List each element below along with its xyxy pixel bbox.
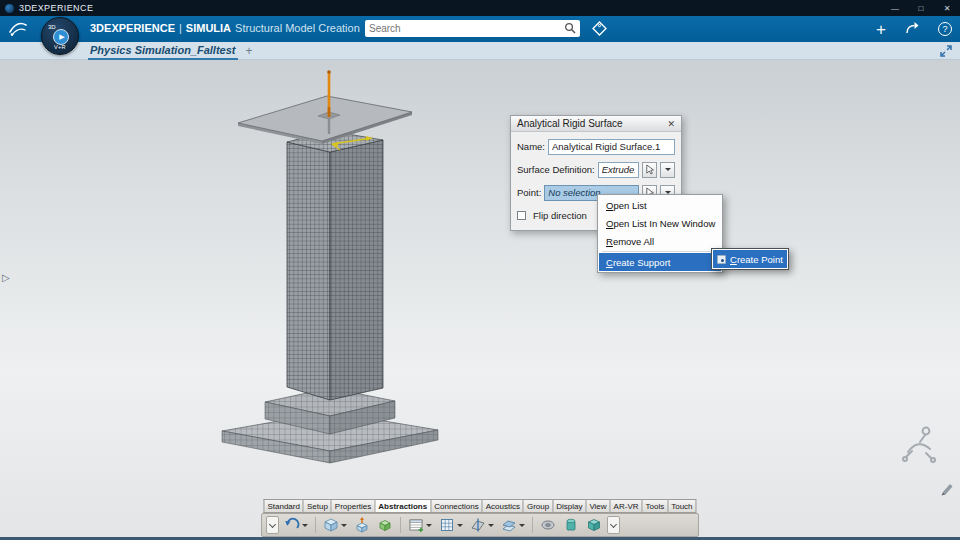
undo-button[interactable]: [282, 515, 310, 535]
pencil-icon[interactable]: [939, 481, 954, 500]
table-tool-button[interactable]: [406, 515, 434, 535]
ribbon-tab-tools[interactable]: Tools: [641, 499, 667, 513]
menu-item-remove-all[interactable]: Remove All: [599, 232, 721, 250]
ribbon-tab-abstractions[interactable]: Abstractions: [374, 499, 430, 513]
ribbon-tab-setup[interactable]: Setup: [303, 499, 331, 513]
submenu-item-label: Create Point: [730, 254, 783, 265]
window-controls: — □ ✕: [882, 0, 960, 16]
play-badge-icon[interactable]: 3D ▶ V+R: [41, 17, 79, 55]
brand-name: 3DEXPERIENCE: [90, 22, 175, 34]
dropdown-arrow-icon: [302, 524, 308, 527]
point-label: Point:: [517, 187, 541, 198]
tag-icon[interactable]: [591, 20, 608, 41]
name-row: Name:: [517, 138, 675, 155]
dropdown-arrow-icon: [519, 524, 525, 527]
section-plane-icon: [470, 517, 486, 533]
dropdown-arrow-icon: [426, 524, 432, 527]
menu-item-label: Create Support: [606, 257, 670, 268]
search-icon[interactable]: [564, 20, 576, 38]
brand-separator: |: [179, 22, 182, 34]
point-icon: [717, 255, 726, 264]
titlebar-app-name: 3DEXPERIENCE: [19, 3, 93, 13]
chevron-down-icon: [269, 520, 276, 527]
ribbon-tab-display[interactable]: Display: [552, 499, 585, 513]
dropdown-arrow-icon: [488, 524, 494, 527]
toolbar-overflow-right-button[interactable]: [607, 516, 620, 534]
mesh-grid-icon: [439, 517, 455, 533]
application-window: 3DEXPERIENCE — □ ✕ 3DEXPERIENCE|SIMULIAS…: [0, 0, 960, 540]
extrude-tool-button[interactable]: [352, 515, 372, 535]
menu-item-open-list-new-window[interactable]: Open List In New Window: [599, 214, 721, 232]
help-icon[interactable]: ?: [938, 22, 952, 36]
layer-plane-icon: [501, 517, 517, 533]
badge-vr-label: V+R: [54, 44, 66, 50]
flip-direction-label: Flip direction: [533, 210, 587, 221]
robot-assistant-icon[interactable]: [896, 422, 940, 470]
prism-tool-button[interactable]: [321, 515, 349, 535]
document-tab[interactable]: Physics Simulation_Falltest +: [88, 42, 253, 60]
point-selection-value: No selection: [548, 187, 600, 198]
barrel-tool-button[interactable]: [561, 515, 581, 535]
add-icon[interactable]: +: [876, 21, 886, 38]
ribbon-tab-acoustics[interactable]: Acoustics: [482, 499, 523, 513]
compass-icon[interactable]: [7, 18, 29, 44]
extrude-icon: [354, 517, 370, 533]
menu-item-label: Open List In New Window: [606, 218, 715, 229]
layers-tool-button[interactable]: [499, 515, 527, 535]
ribbon-tab-standard[interactable]: Standard: [263, 499, 302, 513]
search-input[interactable]: [369, 23, 564, 34]
fea-model[interactable]: [180, 60, 480, 480]
dialog-title: Analytical Rigid Surface: [517, 118, 623, 129]
ribbon-tab-view[interactable]: View: [585, 499, 609, 513]
ribbon-tab-ar-vr[interactable]: AR-VR: [610, 499, 642, 513]
flip-direction-checkbox[interactable]: [517, 211, 526, 220]
dropdown-arrow-icon: [341, 524, 347, 527]
name-label: Name:: [517, 141, 545, 152]
dropdown-arrow-icon: [665, 168, 671, 171]
maximize-button[interactable]: □: [908, 0, 934, 16]
tower-column-mesh[interactable]: [287, 131, 383, 400]
washer-tool-button[interactable]: [538, 515, 558, 535]
app-header: 3DEXPERIENCE|SIMULIAStructural Model Cre…: [0, 16, 960, 42]
left-panel-arrow-icon[interactable]: ▷: [2, 272, 10, 283]
surface-definition-label: Surface Definition:: [517, 164, 595, 175]
list-table-icon: [408, 517, 424, 533]
surface-pick-button[interactable]: [642, 162, 657, 178]
ribbon-tab-connections[interactable]: Connections: [430, 499, 481, 513]
app-logo-icon: [5, 4, 14, 13]
search-box[interactable]: [365, 20, 580, 37]
share-icon[interactable]: [904, 20, 920, 39]
rigid-surface-plate[interactable]: [238, 96, 412, 144]
document-tab-label[interactable]: Physics Simulation_Falltest: [88, 43, 238, 60]
maximize-viewport-icon[interactable]: [939, 44, 953, 58]
partition-tool-button[interactable]: [375, 515, 395, 535]
pointer-pick-icon: [645, 164, 654, 175]
minimize-button[interactable]: —: [882, 0, 908, 16]
chevron-down-icon: [610, 520, 617, 527]
name-field[interactable]: [548, 139, 675, 155]
dialog-titlebar[interactable]: Analytical Rigid Surface ✕: [511, 116, 681, 132]
badge-play-button[interactable]: ▶: [53, 29, 69, 45]
ribbon-tab-touch[interactable]: Touch: [667, 499, 696, 513]
new-tab-button[interactable]: +: [246, 44, 253, 58]
submenu-item-create-point[interactable]: Create Point: [713, 250, 787, 268]
toolbar-overflow-left-button[interactable]: [266, 516, 279, 534]
ribbon-tab-properties[interactable]: Properties: [331, 499, 374, 513]
toolbar-separator: [532, 517, 533, 533]
viewport[interactable]: ▷: [0, 60, 960, 537]
menu-item-label: Remove All: [606, 236, 654, 247]
ribbon-tab-group[interactable]: Group: [523, 499, 552, 513]
surface-dropdown-button[interactable]: [660, 162, 675, 178]
surface-definition-field[interactable]: [598, 162, 639, 178]
undo-icon: [284, 517, 300, 533]
mesh-tool-button[interactable]: [437, 515, 465, 535]
close-button[interactable]: ✕: [934, 0, 960, 16]
section-tool-button[interactable]: [468, 515, 496, 535]
box-tool-button[interactable]: [584, 515, 604, 535]
barrel-icon: [563, 517, 579, 533]
menu-item-create-support[interactable]: Create Support: [599, 253, 721, 271]
toolbar-separator: [400, 517, 401, 533]
dialog-close-button[interactable]: ✕: [665, 119, 677, 129]
document-tab-bar: Physics Simulation_Falltest +: [0, 42, 960, 60]
menu-item-open-list[interactable]: Open List: [599, 196, 721, 214]
